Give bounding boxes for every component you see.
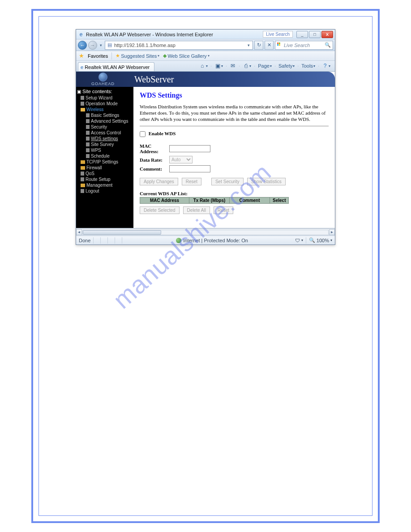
sidebar-item-label: Logout <box>86 189 99 193</box>
suggested-sites-label: Suggested Sites <box>121 53 157 59</box>
zoom-level[interactable]: 100% <box>317 238 329 243</box>
window-title: Realtek WLAN AP Webserver - Windows Inte… <box>86 32 263 37</box>
sidebar-item-wds-settings[interactable]: WDS settings <box>76 136 133 142</box>
sidebar-root-label: Site contents: <box>82 89 112 94</box>
sidebar-item-wireless[interactable]: Wireless <box>76 107 133 112</box>
sidebar-item-site-survey[interactable]: Site Survey <box>76 142 133 147</box>
page-content: GOAHEAD WebServer ▣ Site contents: Setup… <box>76 72 335 228</box>
page-icon <box>81 177 84 181</box>
folder-icon <box>81 184 85 187</box>
maximize-button[interactable]: □ <box>309 31 321 38</box>
help-button[interactable]: ?▾ <box>321 63 331 69</box>
mail-icon: ✉ <box>230 63 236 69</box>
zoom-icon[interactable]: 🔍 <box>309 237 315 243</box>
page-icon <box>86 131 90 135</box>
horizontal-scrollbar[interactable]: ◄ ► <box>76 228 335 236</box>
scroll-thumb[interactable] <box>83 230 161 235</box>
sidebar-item-route-setup[interactable]: Route Setup <box>76 176 133 182</box>
sidebar-item-logout[interactable]: Logout <box>76 188 133 194</box>
banner-title: WebServer <box>134 74 174 85</box>
url-input[interactable] <box>114 43 246 48</box>
home-button[interactable]: ⌂▾ <box>198 63 209 69</box>
favorites-bar: ★ Favorites ★ Suggested Sites ▾ ◆ Web Sl… <box>76 51 335 61</box>
sidebar-item-wps[interactable]: WPS <box>76 147 133 153</box>
delete-all-button[interactable]: Delete All <box>183 206 210 214</box>
sidebar-item-label: Advanced Settings <box>91 119 128 124</box>
feeds-button[interactable]: ▣▾ <box>214 63 224 69</box>
reset-list-button[interactable]: Reset <box>214 206 233 214</box>
data-rate-select[interactable]: Auto <box>169 156 193 163</box>
apply-changes-button[interactable]: Apply Changes <box>140 178 178 185</box>
show-statistics-button[interactable]: Show Statistics <box>247 178 286 185</box>
sidebar-item-label: Management <box>86 183 112 188</box>
address-bar[interactable]: ▤ ▾ <box>105 41 253 50</box>
stop-button[interactable]: ✕ <box>265 41 274 50</box>
svg-rect-0 <box>277 43 278 44</box>
data-rate-label: Data Rate: <box>140 157 167 163</box>
print-button[interactable]: ⎙▾ <box>242 63 252 69</box>
back-button[interactable]: ← <box>78 41 87 50</box>
protected-mode-icon[interactable]: 🛡 <box>295 238 300 243</box>
th-comment: Comment <box>230 197 270 204</box>
brand-text: GOAHEAD <box>91 82 115 86</box>
mac-address-input[interactable] <box>169 145 210 152</box>
reset-button[interactable]: Reset <box>182 178 201 185</box>
nav-history-dropdown[interactable]: ▾ <box>98 43 103 47</box>
page-menu[interactable]: Page▾ <box>257 63 273 69</box>
scroll-track[interactable] <box>82 230 329 235</box>
safety-menu[interactable]: Safety▾ <box>278 63 295 69</box>
internet-zone-icon <box>176 238 181 243</box>
tab-active[interactable]: e Realtek WLAN AP Webserver <box>78 62 154 71</box>
page-icon <box>86 137 90 141</box>
page-description: Wireless Distribution System uses wirele… <box>140 104 329 126</box>
mail-button[interactable]: ✉ <box>229 63 237 69</box>
minimize-button[interactable]: _ <box>296 31 308 38</box>
sidebar-item-management[interactable]: Management <box>76 182 133 188</box>
forward-button[interactable]: → <box>88 41 97 50</box>
sidebar-item-access-control[interactable]: Access Control <box>76 130 133 136</box>
goahead-logo: GOAHEAD <box>76 72 130 87</box>
main-panel: WDS Settings Wireless Distribution Syste… <box>133 72 335 228</box>
page-icon <box>86 119 90 123</box>
sidebar-item-tcp-ip-settings[interactable]: TCP/IP Settings <box>76 159 133 165</box>
url-dropdown[interactable]: ▾ <box>246 43 251 47</box>
search-icon[interactable]: 🔍 <box>325 42 331 48</box>
sidebar-item-security[interactable]: Security <box>76 124 133 130</box>
sidebar-item-operation-mode[interactable]: Operation Mode <box>76 101 133 107</box>
sidebar-item-firewall[interactable]: Firewall <box>76 165 133 171</box>
favorites-star-icon[interactable]: ★ <box>79 52 84 59</box>
enable-wds-checkbox[interactable] <box>140 131 146 137</box>
zoom-dropdown[interactable]: ▾ <box>330 238 332 242</box>
sidebar-item-advanced-settings[interactable]: Advanced Settings <box>76 118 133 124</box>
sidebar-item-label: Access Control <box>91 130 121 135</box>
sidebar-item-qos[interactable]: QoS <box>76 171 133 176</box>
scroll-left-arrow[interactable]: ◄ <box>76 229 82 235</box>
address-toolbar: ← → ▾ ▤ ▾ ↻ ✕ Live Search 🔍 <box>76 39 335 51</box>
sidebar-item-basic-settings[interactable]: Basic Settings <box>76 112 133 118</box>
close-button[interactable]: X <box>321 31 333 38</box>
page-icon <box>81 172 84 176</box>
sidebar-item-label: Operation Mode <box>86 101 118 106</box>
set-security-button[interactable]: Set Security <box>211 178 244 185</box>
page-icon <box>81 96 84 100</box>
search-box[interactable]: Live Search 🔍 <box>275 41 333 50</box>
scroll-right-arrow[interactable]: ► <box>329 229 335 235</box>
sidebar-item-label: Firewall <box>86 165 102 170</box>
refresh-button[interactable]: ↻ <box>254 41 263 50</box>
tools-menu[interactable]: Tools▾ <box>300 63 316 69</box>
favorites-label[interactable]: Favorites <box>88 53 108 59</box>
sidebar-item-setup-wizard[interactable]: Setup Wizard <box>76 95 133 101</box>
globe-icon <box>98 73 107 82</box>
page-banner: GOAHEAD WebServer <box>76 72 335 87</box>
sidebar-root[interactable]: ▣ Site contents: <box>76 88 133 95</box>
suggested-sites-link[interactable]: ★ Suggested Sites ▾ <box>116 53 159 59</box>
sidebar-item-schedule[interactable]: Schedule <box>76 153 133 159</box>
print-icon: ⎙ <box>243 63 249 69</box>
comment-input[interactable] <box>169 165 210 172</box>
delete-selected-button[interactable]: Delete Selected <box>140 206 180 214</box>
page-icon <box>86 148 90 152</box>
sidebar-item-label: WDS settings <box>91 136 118 141</box>
browser-window: e Realtek WLAN AP Webserver - Windows In… <box>76 29 335 245</box>
web-slice-link[interactable]: ◆ Web Slice Gallery ▾ <box>163 53 209 59</box>
sidebar-item-label: Wireless <box>86 107 103 112</box>
